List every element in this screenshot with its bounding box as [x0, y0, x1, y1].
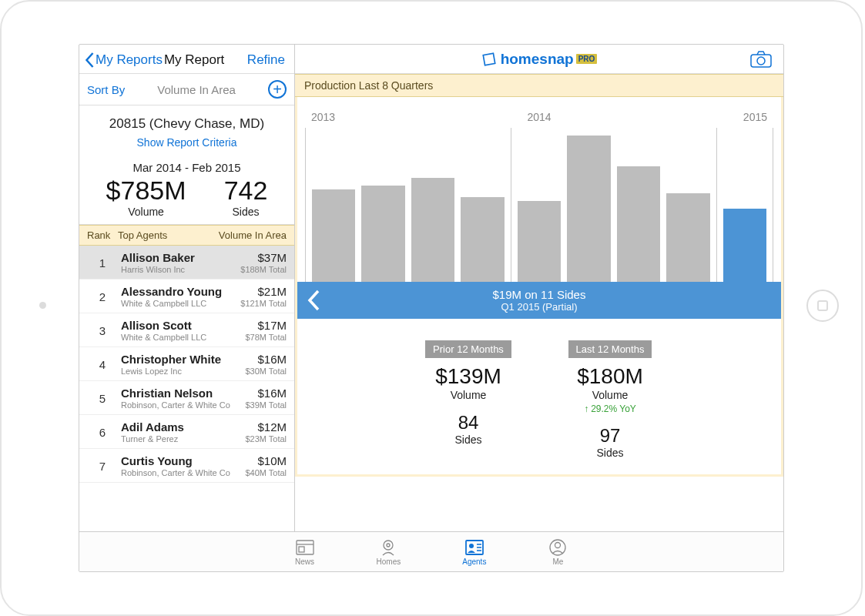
production-title: Production Last 8 Quarters	[295, 74, 783, 97]
agent-name: Christian Nelson	[121, 387, 245, 400]
svg-point-13	[555, 542, 561, 547]
main-panel: homesnap PRO Production Last 8 Quarters …	[295, 45, 783, 571]
agent-row[interactable]: 1Allison BakerHarris Wilson Inc$37M$188M…	[79, 246, 294, 280]
agent-list[interactable]: 1Allison BakerHarris Wilson Inc$37M$188M…	[79, 246, 294, 537]
ipad-frame: My Reports My Report Refine Sort By Volu…	[0, 0, 863, 616]
year-label-2013: 2013	[311, 111, 335, 123]
ipad-home-button[interactable]	[806, 290, 839, 322]
prev-quarter-button[interactable]	[297, 289, 331, 312]
brand-logo[interactable]: homesnap PRO	[481, 51, 598, 68]
tab-me[interactable]: Me	[548, 538, 568, 566]
svg-point-8	[469, 544, 474, 548]
svg-point-6	[387, 544, 390, 547]
sort-value: Volume In Area	[157, 83, 236, 96]
agent-name: Alessandro Young	[121, 285, 240, 298]
agent-name: Allison Scott	[121, 319, 245, 332]
agent-company: Lewis Lopez Inc	[121, 367, 245, 376]
year-divider	[773, 128, 773, 282]
top-bar: homesnap PRO	[295, 45, 783, 74]
agent-name: Curtis Young	[121, 454, 245, 467]
agent-amount: $17M	[245, 319, 287, 332]
agent-row[interactable]: 7Curtis YoungRobinson, Carter & White Co…	[79, 449, 294, 483]
quarter-chart: 2013 2014 2015	[297, 97, 781, 282]
homesnap-icon	[481, 52, 497, 67]
show-criteria-link[interactable]: Show Report Criteria	[87, 136, 287, 149]
rank: 2	[87, 290, 118, 303]
last-sides: 97	[552, 425, 668, 447]
prior-volume-label: Volume	[411, 389, 526, 401]
agent-amount: $21M	[240, 285, 287, 298]
brand-pro: PRO	[576, 54, 598, 64]
agent-row[interactable]: 5Christian NelsonRobinson, Carter & Whit…	[79, 381, 294, 415]
chart-bar[interactable]	[518, 201, 561, 282]
sort-row: Sort By Volume In Area +	[79, 74, 294, 105]
app-content: My Reports My Report Refine Sort By Volu…	[79, 45, 783, 571]
prior-sides-label: Sides	[411, 434, 526, 446]
col-rank: Rank	[87, 229, 118, 241]
area-name: 20815 (Chevy Chase, MD)	[87, 116, 287, 132]
agent-row[interactable]: 2Alessandro YoungWhite & Campbell LLC$21…	[79, 280, 294, 313]
chart-bar[interactable]	[312, 189, 355, 282]
agent-row[interactable]: 3Allison ScottWhite & Campbell LLC$17M$7…	[79, 313, 294, 347]
last-tag: Last 12 Months	[568, 340, 652, 358]
date-range: Mar 2014 - Feb 2015	[87, 161, 287, 174]
chart-bar[interactable]	[461, 197, 504, 282]
tab-homes[interactable]: Homes	[377, 538, 401, 566]
production-panel: 2013 2014 2015 $19M on 11 Sides	[295, 97, 783, 477]
year-label-2015: 2015	[743, 111, 767, 123]
chart-bar[interactable]	[361, 186, 404, 282]
last-volume: $180M	[552, 364, 668, 389]
chart-bar[interactable]	[617, 166, 660, 282]
agents-icon	[464, 538, 484, 557]
rank: 7	[87, 460, 118, 473]
agent-company: Harris Wilson Inc	[121, 265, 240, 274]
sidebar: My Reports My Report Refine Sort By Volu…	[79, 45, 295, 571]
agent-amount: $37M	[240, 251, 287, 264]
agent-row[interactable]: 4Christopher WhiteLewis Lopez Inc$16M$30…	[79, 347, 294, 381]
last-twelve-months: Last 12 Months $180M Volume ↑29.2% YoY 9…	[552, 340, 668, 459]
agent-total: $78M Total	[245, 333, 287, 342]
svg-point-5	[384, 541, 393, 550]
col-top-agents: Top Agents	[118, 229, 219, 241]
volume-value: $785M	[106, 176, 186, 206]
back-button[interactable]: My Reports	[84, 52, 163, 69]
rank: 5	[87, 392, 118, 405]
agent-total: $121M Total	[240, 299, 287, 308]
sides-value: 742	[224, 176, 268, 206]
sort-by-button[interactable]: Sort By	[87, 83, 125, 96]
tab-bar: News Homes Agents Me	[79, 531, 783, 571]
add-button[interactable]: +	[268, 80, 287, 99]
last-volume-label: Volume	[552, 389, 668, 401]
volume-label: Volume	[106, 206, 186, 218]
chart-bar[interactable]	[411, 178, 454, 282]
last-sides-label: Sides	[552, 447, 668, 459]
year-divider	[716, 128, 717, 282]
col-volume: Volume In Area	[219, 229, 287, 241]
rank: 3	[87, 324, 118, 337]
chart-bar[interactable]	[666, 193, 709, 282]
year-divider	[511, 128, 511, 282]
quarter-summary: $19M on 11 Sides	[331, 288, 747, 301]
tab-news[interactable]: News	[295, 538, 315, 566]
camera-button[interactable]	[749, 49, 773, 72]
me-icon	[548, 538, 568, 557]
agent-list-header: Rank Top Agents Volume In Area	[79, 225, 294, 246]
chart-bar[interactable]	[567, 136, 610, 282]
sides-label: Sides	[224, 206, 268, 218]
tab-agents[interactable]: Agents	[462, 538, 486, 566]
prior-volume: $139M	[411, 364, 526, 389]
agent-company: Robinson, Carter & White Co	[121, 468, 245, 477]
svg-point-1	[757, 57, 765, 65]
agent-name: Adil Adams	[121, 420, 245, 434]
agent-total: $30M Total	[245, 367, 287, 376]
chart-bar[interactable]	[723, 209, 766, 282]
yoy-change: ↑29.2% YoY	[552, 403, 668, 414]
agent-row[interactable]: 6Adil AdamsTurner & Perez$12M$23M Total	[79, 415, 294, 449]
twelve-month-comparison: Prior 12 Months $139M Volume 84 Sides La…	[297, 340, 781, 459]
agent-amount: $10M	[245, 454, 287, 467]
refine-button[interactable]: Refine	[247, 52, 285, 68]
metric-sides: 742 Sides	[224, 176, 268, 218]
quarter-name: Q1 2015 (Partial)	[331, 301, 747, 313]
agent-name: Christopher White	[121, 353, 245, 366]
sidebar-header: My Reports My Report Refine	[79, 45, 294, 74]
